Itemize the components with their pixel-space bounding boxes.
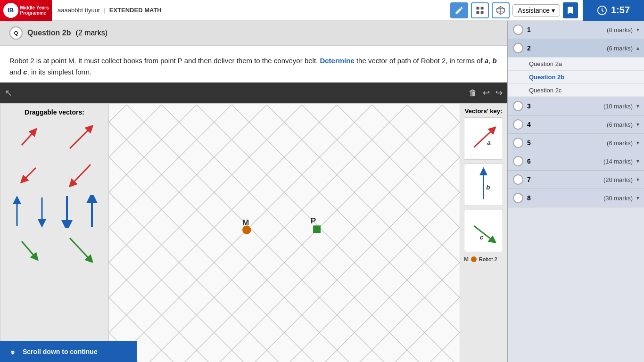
sidebar-item-5[interactable]: 5 (6 marks) ▾ <box>508 134 644 152</box>
chevron-down-7-icon: ▾ <box>636 176 639 183</box>
vector-red-small-downleft[interactable] <box>5 158 53 191</box>
svg-text:c: c <box>480 234 484 241</box>
ib-logo: IB Middle YearsProgramme <box>0 0 52 21</box>
assistance-button[interactable]: Assistance ▾ <box>512 4 560 16</box>
sidebar-num-4: 4 <box>527 121 603 128</box>
question-header: Q Question 2b (2 marks) <box>0 21 507 46</box>
pencil-tool-button[interactable] <box>450 2 468 18</box>
cube-tool-button[interactable] <box>492 2 510 18</box>
bookmark-button[interactable] <box>563 2 578 18</box>
determine-word: Determine <box>320 57 354 65</box>
cursor-icon: ↖ <box>5 87 13 99</box>
sidebar-subitem-2a[interactable]: Question 2a <box>508 57 644 70</box>
canvas-toolbar: ↖ 🗑 ↩ ↪ <box>0 82 507 103</box>
sidebar-section-1: 1 (8 marks) ▾ <box>508 21 644 39</box>
sidebar-num-2: 2 <box>527 44 603 52</box>
key-a-box: a <box>464 117 503 160</box>
chevron-down-6-icon: ▾ <box>636 158 639 165</box>
sidebar-num-3: 3 <box>527 102 600 110</box>
key-c-box: c <box>464 210 503 252</box>
svg-line-8 <box>72 165 91 184</box>
vector-blue-down-large[interactable] <box>56 195 79 228</box>
sidebar-item-8[interactable]: 8 (30 marks) ▾ <box>508 189 644 207</box>
sidebar-section-4: 4 (6 marks) ▾ <box>508 115 644 134</box>
key-b-box: b <box>464 164 503 206</box>
sidebar-subitems-2: Question 2a Question 2b Question 2c <box>508 57 644 97</box>
ib-logo-text: Middle YearsProgramme <box>20 5 49 16</box>
chevron-down-5-icon: ▾ <box>636 140 639 146</box>
sidebar-marks-7: (20 marks) <box>603 176 633 183</box>
svg-rect-22 <box>313 225 321 233</box>
chevron-up-2-icon: ▴ <box>636 45 639 51</box>
svg-line-14 <box>70 238 91 260</box>
robot2-label: M Robot 2 <box>464 256 503 263</box>
scroll-down-bar[interactable]: Scroll down to continue <box>0 341 137 362</box>
redo-button[interactable]: ↪ <box>495 88 503 98</box>
svg-point-30 <box>471 256 477 262</box>
sidebar-section-8: 8 (30 marks) ▾ <box>508 189 644 207</box>
red-vectors-downleft <box>5 158 104 191</box>
vector-red-small-upright[interactable] <box>5 122 53 155</box>
sidebar-marks-6: (14 marks) <box>603 158 633 165</box>
sidebar-subitem-2b[interactable]: Question 2b <box>508 70 644 83</box>
content-area: Q Question 2b (2 marks) Robot 2 is at po… <box>0 21 507 362</box>
vector-green-large[interactable] <box>57 232 104 265</box>
sidebar-num-6: 6 <box>527 157 600 165</box>
username: aaaabbbt ttyuur <box>58 7 100 14</box>
sidebar-num-1: 1 <box>527 26 603 33</box>
keys-panel: Vectors' key: a b <box>460 104 507 362</box>
sidebar-section-3: 3 (10 marks) ▾ <box>508 97 644 115</box>
separator: | <box>104 7 105 14</box>
sidebar-item-4[interactable]: 4 (6 marks) ▾ <box>508 115 644 133</box>
question-icon: Q <box>9 26 23 40</box>
sidebar-circle-4 <box>513 119 523 130</box>
sidebar-circle-1 <box>513 25 523 35</box>
question-marks: (2 marks) <box>75 29 107 37</box>
sidebar-item-3[interactable]: 3 (10 marks) ▾ <box>508 97 644 115</box>
sidebar-circle-6 <box>513 156 523 166</box>
svg-text:M: M <box>242 218 249 227</box>
sidebar-item-1[interactable]: 1 (8 marks) ▾ <box>508 21 644 39</box>
sidebar-circle-8 <box>513 193 523 203</box>
sidebar-circle-7 <box>513 174 523 185</box>
blue-vectors <box>5 195 104 228</box>
sidebar-num-7: 7 <box>527 176 600 183</box>
sidebar-item-6[interactable]: 6 (14 marks) ▾ <box>508 152 644 170</box>
svg-line-6 <box>70 128 91 148</box>
grid-tool-button[interactable] <box>471 2 489 18</box>
chevron-down-8-icon: ▾ <box>636 195 639 201</box>
sidebar-circle-2 <box>513 43 523 53</box>
vector-blue-up-large[interactable] <box>81 195 104 228</box>
vector-blue-down-small[interactable] <box>30 195 53 228</box>
scroll-down-label: Scroll down to continue <box>23 348 98 355</box>
vector-red-large-upright[interactable] <box>57 122 104 155</box>
vector-red-large-downleft[interactable] <box>57 158 104 191</box>
sidebar-item-2[interactable]: 2 (6 marks) ▴ <box>508 39 644 57</box>
question-text: Robot 2 is at point M. It must collect b… <box>9 55 498 78</box>
svg-rect-19 <box>109 105 460 362</box>
sidebar-circle-5 <box>513 138 523 148</box>
svg-line-28 <box>474 226 493 241</box>
red-vectors-up-right <box>5 122 104 155</box>
vector-green-small[interactable] <box>5 232 53 265</box>
question-title: Question 2b <box>27 29 71 37</box>
trash-button[interactable]: 🗑 <box>469 88 477 98</box>
sidebar: 1 (8 marks) ▾ 2 (6 marks) ▴ Question 2a … <box>507 21 644 362</box>
svg-line-5 <box>22 131 34 145</box>
assistance-label: Assistance <box>518 7 550 14</box>
subject: EXTENDED MATH <box>109 7 162 14</box>
sidebar-num-5: 5 <box>527 139 603 147</box>
svg-line-7 <box>23 168 36 181</box>
undo-button[interactable]: ↩ <box>483 88 490 98</box>
sidebar-section-6: 6 (14 marks) ▾ <box>508 152 644 171</box>
svg-line-13 <box>22 241 36 258</box>
sidebar-item-7[interactable]: 7 (20 marks) ▾ <box>508 171 644 189</box>
sidebar-marks-4: (6 marks) <box>607 121 633 128</box>
vectors-panel: Draggable vectors: <box>0 104 109 362</box>
chevron-down-3-icon: ▾ <box>636 103 639 109</box>
sidebar-subitem-2c[interactable]: Question 2c <box>508 83 644 97</box>
grid-canvas[interactable]: M P <box>109 104 460 362</box>
question-body: Robot 2 is at point M. It must collect b… <box>0 46 507 82</box>
interactive-area: Draggable vectors: <box>0 103 507 362</box>
vector-blue-up-small[interactable] <box>5 195 28 228</box>
